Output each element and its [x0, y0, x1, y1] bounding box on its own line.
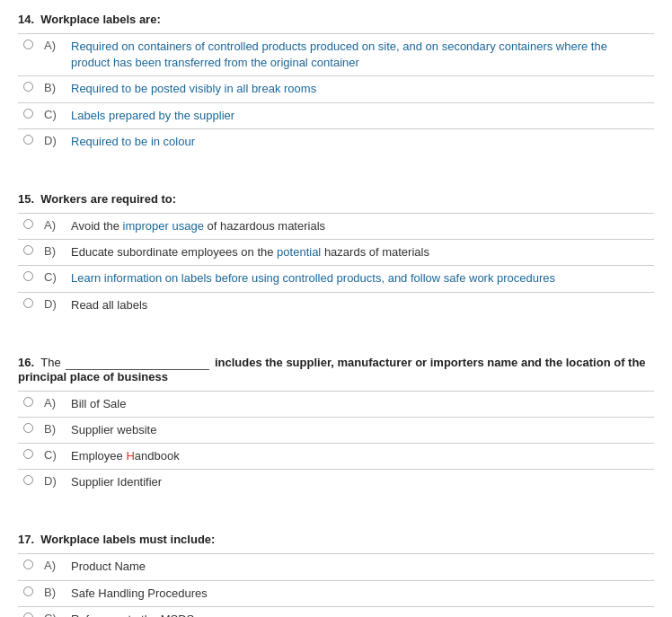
radio-button[interactable] [23, 109, 33, 119]
option-letter: B) [39, 76, 66, 102]
question-number: 15. [18, 192, 40, 206]
option-text: Supplier Identifier [66, 470, 654, 496]
option-text: Employee Handbook [66, 444, 654, 470]
radio-button[interactable] [23, 298, 33, 308]
radio-cell [18, 76, 39, 102]
option-letter: D) [39, 128, 66, 154]
option-letter: D) [39, 470, 66, 496]
text-segment: of hazardous materials [204, 219, 325, 233]
table-row: A) Avoid the improper usage of hazardous… [18, 213, 654, 239]
radio-button[interactable] [23, 423, 33, 433]
text-segment-highlight: potential [277, 245, 321, 259]
question-number: 17. [18, 533, 40, 546]
option-text: Read all labels [66, 292, 654, 318]
radio-cell [18, 444, 39, 470]
radio-button[interactable] [23, 449, 33, 459]
radio-cell [18, 266, 39, 292]
option-text: Required on containers of controlled pro… [66, 34, 654, 76]
option-letter: A) [39, 34, 66, 76]
question-14-options: A) Required on containers of controlled … [18, 33, 654, 154]
question-16: 16. The includes the supplier, manufactu… [0, 343, 672, 501]
radio-button[interactable] [23, 219, 33, 229]
question-16-title: 16. The includes the supplier, manufactu… [18, 356, 654, 383]
table-row: C) Reference to the MSDS [18, 606, 654, 617]
option-text: Product Name [66, 554, 654, 580]
option-letter: B) [39, 580, 66, 606]
option-letter: A) [39, 213, 66, 239]
table-row: C) Labels prepared by the supplier [18, 102, 654, 128]
question-14-title: 14. Workplace labels are: [18, 13, 654, 26]
question-14: 14. Workplace labels are: A) Required on… [0, 0, 672, 160]
table-row: B) Safe Handling Procedures [18, 580, 654, 606]
spacer [0, 500, 672, 520]
question-number: 16. [18, 356, 40, 369]
radio-cell [18, 606, 39, 617]
question-text: Workplace labels must include: [40, 533, 215, 546]
radio-button[interactable] [23, 245, 33, 255]
option-text: Educate subordinate employees on the pot… [66, 240, 654, 266]
option-letter: C) [39, 102, 66, 128]
radio-cell [18, 417, 39, 443]
radio-cell [18, 128, 39, 154]
radio-cell [18, 391, 39, 417]
radio-button[interactable] [23, 82, 33, 92]
spacer [0, 160, 672, 180]
question-15-options: A) Avoid the improper usage of hazardous… [18, 213, 654, 318]
question-number: 14. [18, 13, 40, 26]
table-row: A) Product Name [18, 554, 654, 580]
option-text: Avoid the improper usage of hazardous ma… [66, 213, 654, 239]
spacer [0, 323, 672, 343]
question-17-options: A) Product Name B) Safe Handling Procedu… [18, 553, 654, 617]
table-row: A) Bill of Sale [18, 391, 654, 417]
text-segment: hazards of materials [321, 245, 429, 259]
radio-cell [18, 34, 39, 76]
question-17-title: 17. Workplace labels must include: [18, 533, 654, 546]
radio-button[interactable] [23, 135, 33, 145]
option-letter: A) [39, 554, 66, 580]
question-text: Workers are required to: [40, 192, 176, 206]
radio-button[interactable] [23, 271, 33, 281]
question-16-options: A) Bill of Sale B) Supplier website C) E… [18, 391, 654, 496]
radio-cell [18, 240, 39, 266]
option-text: Reference to the MSDS [66, 606, 654, 617]
radio-cell [18, 213, 39, 239]
text-segment: andbook [135, 449, 180, 463]
table-row: C) Employee Handbook [18, 444, 654, 470]
option-letter: B) [39, 240, 66, 266]
table-row: D) Required to be in colour [18, 128, 654, 154]
option-letter: C) [39, 266, 66, 292]
option-text: Required to be in colour [66, 128, 654, 154]
radio-cell [18, 470, 39, 496]
radio-button[interactable] [23, 475, 33, 485]
text-segment: Educate subordinate employees on the [71, 245, 277, 259]
option-letter: B) [39, 417, 66, 443]
option-text: Labels prepared by the supplier [66, 102, 654, 128]
q16-blank [66, 356, 209, 370]
radio-button[interactable] [23, 560, 33, 569]
table-row: C) Learn information on labels before us… [18, 266, 654, 292]
option-letter: C) [39, 444, 66, 470]
option-text: Safe Handling Procedures [66, 580, 654, 606]
table-row: D) Read all labels [18, 292, 654, 318]
radio-button[interactable] [23, 586, 33, 596]
text-segment-highlight: H [126, 449, 134, 463]
text-segment-highlight: improper usage [123, 219, 204, 233]
option-text: Bill of Sale [66, 391, 654, 417]
option-letter: D) [39, 292, 66, 318]
question-17: 17. Workplace labels must include: A) Pr… [0, 520, 672, 617]
option-letter: C) [39, 606, 66, 617]
table-row: A) Required on containers of controlled … [18, 34, 654, 76]
question-15-title: 15. Workers are required to: [18, 192, 654, 206]
option-text: Required to be posted visibly in all bre… [66, 76, 654, 102]
table-row: D) Supplier Identifier [18, 470, 654, 496]
table-row: B) Required to be posted visibly in all … [18, 76, 654, 102]
radio-button[interactable] [23, 397, 33, 407]
option-text: Supplier website [66, 417, 654, 443]
radio-button[interactable] [23, 613, 33, 617]
option-text: Learn information on labels before using… [66, 266, 654, 292]
radio-button[interactable] [23, 40, 33, 49]
table-row: B) Educate subordinate employees on the … [18, 240, 654, 266]
radio-cell [18, 554, 39, 580]
q16-pre: The [40, 356, 64, 369]
question-text: Workplace labels are: [40, 13, 160, 26]
